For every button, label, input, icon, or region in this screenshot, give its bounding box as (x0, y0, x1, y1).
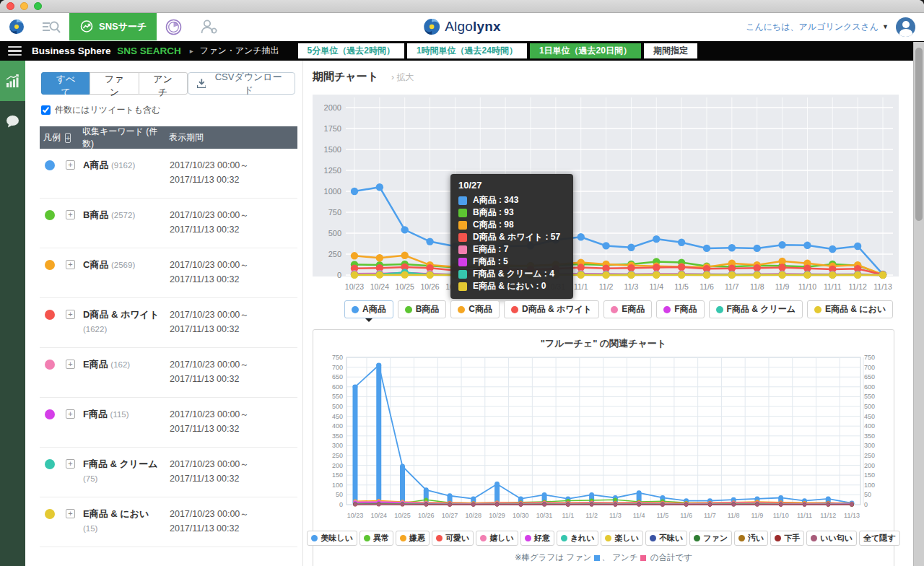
rail-comments-item[interactable] (0, 101, 25, 142)
legend-item[interactable]: C商品 (450, 300, 500, 318)
toolbar-left-group: SNSサーチ (0, 13, 227, 40)
sentiment-legend-item[interactable]: ファン (689, 531, 732, 546)
series-color-dot (45, 160, 55, 170)
clock-report-icon[interactable] (157, 13, 191, 40)
period-tab[interactable]: 1日単位（過去20日間） (530, 43, 641, 58)
sentiment-legend-item[interactable]: 美味しい (307, 531, 357, 546)
sentiment-legend-item[interactable]: 可愛い (432, 531, 474, 546)
keyword-row[interactable]: +E商品 & におい (15)2017/10/23 00:00～2017/11/… (40, 497, 297, 547)
svg-text:400: 400 (332, 422, 343, 430)
sentiment-legend-item[interactable]: いい匂い (806, 531, 857, 546)
tooltip-item-text: C商品 : 98 (473, 219, 514, 231)
svg-text:300: 300 (864, 442, 875, 449)
expand-all-icon[interactable]: + (65, 133, 82, 143)
keyword-row[interactable]: +F商品 (115)2017/10/23 00:00～2017/11/13 00… (40, 398, 297, 448)
series-color-dot (45, 360, 55, 370)
svg-text:250: 250 (332, 452, 343, 459)
toolbar-right-group: こんにちは、アルゴリンクスさん ▼ (746, 17, 924, 37)
expand-row-icon[interactable]: + (66, 210, 75, 219)
legend-color-dot (814, 306, 821, 313)
svg-text:1250: 1250 (324, 166, 341, 175)
expand-row-icon[interactable]: + (66, 360, 75, 369)
menu-icon[interactable] (8, 46, 22, 56)
expand-row-icon[interactable]: + (66, 509, 75, 518)
tooltip-item-text: E商品 : 7 (473, 243, 508, 256)
keyword-row[interactable]: +B商品 (2572)2017/10/23 00:00～2017/11/13 0… (40, 199, 297, 248)
period-tab[interactable]: 5分単位（過去2時間） (298, 43, 404, 58)
legend-label: きれい (570, 533, 595, 544)
keyword-row[interactable]: +F商品 & クリーム (75)2017/10/23 00:00～2017/11… (40, 448, 297, 497)
keyword-count: (15) (83, 524, 97, 533)
filter-button[interactable]: すべて (41, 72, 90, 95)
svg-text:150: 150 (332, 471, 343, 479)
filter-button[interactable]: ファン (90, 72, 139, 95)
scrollbar[interactable] (913, 42, 924, 566)
sentiment-legend-item[interactable]: 下手 (770, 531, 804, 546)
legend-item[interactable]: E商品 (603, 300, 652, 318)
legend-color-dot (605, 535, 611, 541)
svg-text:650: 650 (332, 373, 343, 380)
keyword-row[interactable]: +C商品 (2569)2017/10/23 00:00～2017/11/13 0… (40, 248, 297, 298)
filter-button[interactable]: アンチ (139, 72, 188, 95)
anti-color-square (640, 555, 646, 561)
sentiment-legend-item[interactable]: 不味い (645, 531, 687, 546)
csv-download-button[interactable]: CSVダウンロード (188, 72, 295, 95)
related-chart-title: "フルーチェ" の関連チャート (313, 337, 894, 350)
svg-text:10/30: 10/30 (513, 512, 529, 519)
legend-label: B商品 (416, 303, 440, 315)
sentiment-legend-item[interactable]: 嬉しい (476, 531, 518, 546)
legend-item[interactable]: D商品 & ホワイト (504, 300, 599, 318)
period-tab[interactable]: 1時間単位（過去24時間） (407, 43, 527, 58)
window-zoom-button[interactable] (34, 2, 42, 10)
period-to: 2017/11/13 00:32 (170, 521, 297, 536)
window-minimize-button[interactable] (20, 2, 28, 10)
svg-text:10/23: 10/23 (347, 512, 364, 519)
sentiment-legend-item[interactable]: きれい (557, 531, 599, 546)
rail-analytics-item[interactable] (0, 61, 25, 101)
keyword-row[interactable]: +A商品 (9162)2017/10/23 00:00～2017/11/13 0… (40, 149, 297, 199)
legend-color-dot (480, 535, 487, 541)
period-tab[interactable]: 期間指定 (644, 43, 697, 58)
period-chart[interactable]: 02505007501000125015001750200010/2310/24… (313, 95, 899, 297)
keyword-name: F商品 (115) (83, 407, 170, 422)
sns-search-button[interactable]: SNSサーチ (69, 13, 157, 40)
legend-label: 楽しい (614, 533, 639, 544)
expand-row-icon[interactable]: + (66, 409, 75, 419)
sentiment-legend-item[interactable]: 嫌悪 (396, 531, 430, 546)
search-tool-icon[interactable] (33, 13, 69, 40)
expand-link[interactable]: › 拡大 (391, 71, 414, 84)
hide-all-button[interactable]: 全て隠す (859, 531, 900, 546)
user-greeting-menu[interactable]: こんにちは、アルゴリンクスさん ▼ (746, 21, 889, 33)
app-swirl-logo-icon[interactable] (0, 13, 33, 40)
expand-row-icon[interactable]: + (66, 310, 75, 319)
expand-row-icon[interactable]: + (66, 160, 75, 170)
window-close-button[interactable] (6, 2, 14, 10)
legend-item[interactable]: B商品 (398, 300, 447, 318)
expand-row-icon[interactable]: + (66, 459, 75, 469)
legend-item[interactable]: F商品 & クリーム (709, 300, 803, 318)
svg-text:500: 500 (332, 403, 343, 410)
legend-item[interactable]: E商品 & におい (807, 300, 893, 318)
user-settings-icon[interactable] (191, 13, 227, 40)
legend-label: F商品 & クリーム (727, 303, 796, 315)
sentiment-legend-item[interactable]: 汚い (734, 531, 768, 546)
sentiment-legend-item[interactable]: 好意 (520, 531, 554, 546)
chart-tooltip: 10/27 A商品 : 343B商品 : 93C商品 : 98D商品 & ホワイ… (450, 174, 573, 299)
sentiment-legend-item[interactable]: 楽しい (601, 531, 643, 546)
keyword-row[interactable]: +D商品 & ホワイト (1622)2017/10/23 00:00～2017/… (40, 298, 297, 348)
period-from: 2017/10/23 00:00～ (170, 208, 297, 222)
period-from: 2017/10/23 00:00～ (170, 158, 297, 173)
legend-label: C商品 (468, 303, 492, 315)
sentiment-legend-item[interactable]: 異常 (359, 531, 393, 546)
related-chart-box: "フルーチェ" の関連チャート 005050100100150150200200… (313, 329, 894, 566)
related-chart[interactable]: 0050501001001501502002002502503003003503… (315, 353, 892, 528)
expand-row-icon[interactable]: + (66, 260, 75, 269)
keyword-row[interactable]: +E商品 (162)2017/10/23 00:00～2017/11/13 00… (40, 348, 297, 398)
legend-label: 好意 (534, 533, 550, 544)
legend-item[interactable]: A商品 (344, 300, 393, 318)
user-avatar[interactable] (896, 17, 915, 37)
legend-item[interactable]: F商品 (656, 300, 704, 318)
svg-text:11/7: 11/7 (704, 512, 716, 519)
include-retweets-checkbox[interactable] (41, 105, 51, 115)
scrollbar-thumb[interactable] (915, 48, 923, 221)
